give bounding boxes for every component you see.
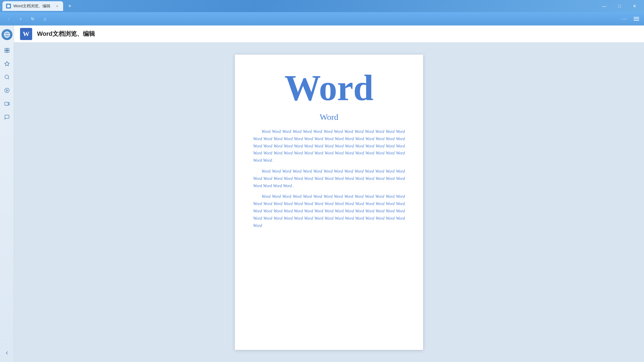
svg-line-10 (8, 78, 9, 79)
hamburger-line3 (634, 20, 639, 21)
svg-rect-4 (5, 48, 7, 50)
new-tab-button[interactable]: + (66, 2, 74, 10)
sidebar-logo[interactable] (2, 29, 12, 40)
tab-close-button[interactable]: × (55, 4, 59, 8)
svg-rect-13 (5, 102, 8, 106)
menu-button[interactable] (632, 16, 640, 22)
navbar: ‹ › ↻ ⌂ ··· (0, 12, 644, 25)
sidebar-bottom (2, 347, 12, 358)
maximize-button[interactable]: □ (612, 1, 626, 11)
home-button[interactable]: ⌂ (40, 14, 50, 24)
svg-rect-5 (7, 48, 9, 50)
svg-marker-14 (8, 103, 9, 105)
app-title: Word文档浏览、编辑 (37, 30, 95, 38)
main-layout: W Word文档浏览、编辑 Word Word Word Word Word W… (0, 25, 644, 362)
tab-favicon (6, 4, 11, 8)
doc-paragraph-2: Word Word Word Word Word Word Word Word … (253, 168, 405, 189)
doc-body: Word Word Word Word Word Word Word Word … (253, 128, 405, 229)
sidebar-item-search[interactable] (2, 72, 12, 83)
svg-marker-8 (5, 62, 9, 66)
sidebar-item-chat[interactable] (2, 112, 12, 123)
doc-paragraph-3: Word Word Word Word Word Word Word Word … (253, 193, 405, 229)
hamburger-line1 (634, 17, 639, 18)
hamburger-line2 (634, 19, 639, 19)
svg-point-9 (5, 75, 8, 79)
minimize-button[interactable]: — (597, 1, 611, 11)
svg-marker-12 (6, 90, 8, 91)
sidebar-item-favorites[interactable] (2, 58, 12, 69)
svg-rect-7 (7, 51, 9, 52)
doc-viewer[interactable]: Word Word Word Word Word Word Word Word … (14, 42, 644, 362)
content-area: W Word文档浏览、编辑 Word Word Word Word Word W… (14, 25, 644, 362)
svg-rect-6 (5, 51, 7, 52)
titlebar: Word文档浏览、编辑 × + — □ ✕ (0, 0, 644, 12)
forward-button[interactable]: › (16, 14, 25, 24)
svg-rect-0 (7, 5, 10, 8)
sidebar-item-play[interactable] (2, 85, 12, 96)
document-page: Word Word Word Word Word Word Word Word … (235, 55, 423, 350)
tab-label: Word文档浏览、编辑 (13, 3, 52, 9)
sidebar-item-grid[interactable] (2, 45, 12, 56)
svg-point-11 (5, 88, 9, 93)
app-icon: W (20, 28, 32, 40)
close-button[interactable]: ✕ (628, 1, 642, 11)
window-controls: — □ ✕ (597, 1, 642, 11)
app-header: W Word文档浏览、编辑 (14, 25, 644, 42)
back-button[interactable]: ‹ (4, 14, 13, 24)
sidebar-collapse-button[interactable] (2, 347, 12, 358)
sidebar-item-video[interactable] (2, 98, 12, 109)
doc-paragraph-1: Word Word Word Word Word Word Word Word … (253, 128, 405, 164)
browser-tab[interactable]: Word文档浏览、编辑 × (2, 1, 63, 11)
more-button[interactable]: ··· (619, 16, 630, 22)
refresh-button[interactable]: ↻ (28, 14, 38, 24)
doc-big-title: Word (253, 70, 405, 106)
doc-subtitle: Word (253, 112, 405, 122)
sidebar (0, 25, 14, 362)
